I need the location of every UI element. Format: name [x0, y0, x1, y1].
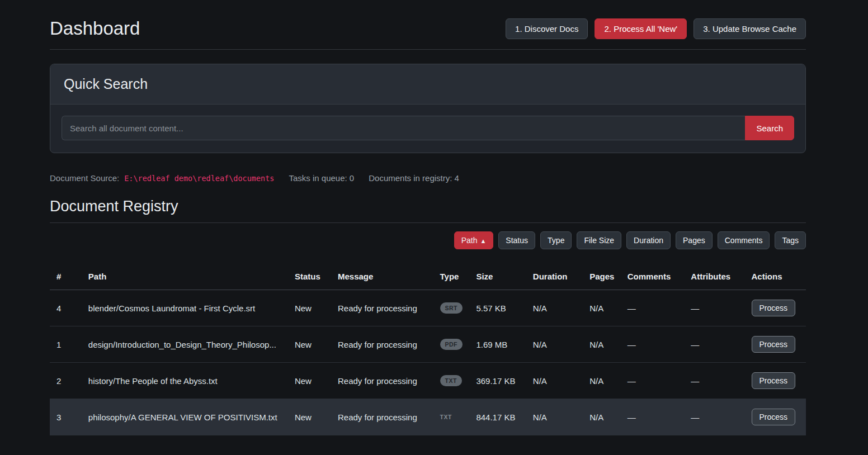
search-input-group: Search: [62, 116, 794, 140]
column-header-status: Status: [290, 264, 333, 290]
documents-in-registry: Documents in registry: 4: [369, 173, 459, 183]
message-cell: Ready for processing: [333, 290, 436, 326]
row-number-cell: 3: [50, 399, 84, 435]
attributes-cell: —: [686, 363, 747, 399]
column-header-path: Path: [84, 264, 290, 290]
pages-cell: N/A: [585, 399, 623, 435]
table-row: 1design/Introduction_to_Design_Theory_Ph…: [50, 326, 806, 363]
pages-cell: N/A: [585, 290, 623, 326]
comments-cell: —: [623, 363, 687, 399]
duration-cell: N/A: [529, 290, 585, 326]
process-button[interactable]: Process: [752, 300, 796, 316]
search-button[interactable]: Search: [745, 116, 794, 140]
path-cell: blender/Cosmos Laundromat - First Cycle.…: [84, 290, 290, 326]
duration-cell: N/A: [529, 399, 585, 435]
file-type-badge: TXT: [440, 411, 457, 423]
comments-cell: —: [623, 399, 687, 435]
path-cell: history/The People of the Abyss.txt: [84, 363, 290, 399]
row-number-cell: 1: [50, 326, 84, 363]
page-header: Dashboard 1. Discover Docs2. Process All…: [50, 18, 806, 39]
message-cell: Ready for processing: [333, 399, 436, 435]
tasks-in-queue-label: Tasks in queue:: [289, 173, 347, 183]
column-header-actions: Actions: [747, 264, 806, 290]
type-cell: SRT: [436, 290, 472, 326]
type-cell: TXT: [436, 399, 472, 435]
column-header-duration: Duration: [529, 264, 585, 290]
column-header-number: #: [50, 264, 84, 290]
sort-ascending-icon: ▲: [480, 238, 486, 244]
sort-button-duration[interactable]: Duration: [626, 231, 671, 249]
sort-buttons-row: Path▲StatusTypeFile SizeDurationPagesCom…: [50, 231, 806, 249]
path-cell: philosophy/A GENERAL VIEW OF POSITIVISM.…: [84, 399, 290, 435]
pages-cell: N/A: [585, 326, 623, 363]
attributes-cell: —: [686, 290, 747, 326]
column-header-size: Size: [471, 264, 528, 290]
actions-cell: Process: [747, 399, 806, 435]
status-cell: New: [290, 363, 333, 399]
file-type-badge: TXT: [440, 375, 462, 386]
dashboard-page: Dashboard 1. Discover Docs2. Process All…: [50, 0, 806, 435]
quick-search-card-header: Quick Search: [50, 64, 805, 105]
sort-button-type[interactable]: Type: [540, 231, 572, 249]
message-cell: Ready for processing: [333, 326, 436, 363]
registry-table: #PathStatusMessageTypeSizeDurationPagesC…: [50, 264, 806, 435]
size-cell: 369.17 KB: [471, 363, 528, 399]
size-cell: 5.57 KB: [471, 290, 528, 326]
status-cell: New: [290, 399, 333, 435]
actions-cell: Process: [747, 326, 806, 363]
status-cell: New: [290, 326, 333, 363]
registry-title: Document Registry: [50, 198, 806, 215]
row-number-cell: 4: [50, 290, 84, 326]
size-cell: 844.17 KB: [471, 399, 528, 435]
message-cell: Ready for processing: [333, 363, 436, 399]
actions-cell: Process: [747, 290, 806, 326]
column-header-attributes: Attributes: [686, 264, 747, 290]
table-header-row: #PathStatusMessageTypeSizeDurationPagesC…: [50, 264, 806, 290]
process-button[interactable]: Process: [752, 336, 796, 353]
attributes-cell: —: [686, 326, 747, 363]
registry-divider: [50, 222, 806, 223]
quick-search-card-body: Search: [50, 105, 805, 153]
action-button-1-discover-docs[interactable]: 1. Discover Docs: [506, 18, 588, 39]
column-header-pages: Pages: [585, 264, 623, 290]
file-type-badge: SRT: [440, 302, 463, 314]
duration-cell: N/A: [529, 363, 585, 399]
attributes-cell: —: [686, 399, 747, 435]
action-button-2-process-all-new[interactable]: 2. Process All 'New': [595, 18, 687, 39]
document-source-path: E:\redleaf demo\redleaf\documents: [124, 174, 274, 183]
sort-button-file-size[interactable]: File Size: [577, 231, 621, 249]
header-actions: 1. Discover Docs2. Process All 'New'3. U…: [506, 18, 806, 39]
tasks-in-queue-value: 0: [350, 173, 354, 183]
pages-cell: N/A: [585, 363, 623, 399]
column-header-message: Message: [333, 264, 436, 290]
status-cell: New: [290, 290, 333, 326]
status-bar: Document Source:E:\redleaf demo\redleaf\…: [50, 173, 806, 183]
page-title: Dashboard: [50, 18, 140, 39]
quick-search-card: Quick Search Search: [50, 64, 806, 153]
column-header-comments: Comments: [623, 264, 687, 290]
table-row: 2history/The People of the Abyss.txtNewR…: [50, 363, 806, 399]
table-row: 4blender/Cosmos Laundromat - First Cycle…: [50, 290, 806, 326]
sort-button-tags[interactable]: Tags: [775, 231, 806, 249]
documents-in-registry-value: 4: [455, 173, 459, 183]
search-input[interactable]: [62, 116, 745, 140]
process-button[interactable]: Process: [752, 409, 796, 425]
document-source: Document Source:E:\redleaf demo\redleaf\…: [50, 173, 274, 183]
sort-button-path[interactable]: Path▲: [454, 231, 494, 249]
path-cell: design/Introduction_to_Design_Theory_Phi…: [84, 326, 290, 363]
sort-button-status[interactable]: Status: [498, 231, 535, 249]
header-divider: [50, 49, 806, 50]
quick-search-title: Quick Search: [64, 76, 792, 92]
actions-cell: Process: [747, 363, 806, 399]
sort-button-pages[interactable]: Pages: [676, 231, 713, 249]
process-button[interactable]: Process: [752, 372, 796, 389]
comments-cell: —: [623, 290, 687, 326]
action-button-3-update-browse-cache[interactable]: 3. Update Browse Cache: [694, 18, 806, 39]
column-header-type: Type: [436, 264, 472, 290]
document-source-label: Document Source:: [50, 173, 119, 183]
comments-cell: —: [623, 326, 687, 363]
sort-button-comments[interactable]: Comments: [718, 231, 770, 249]
documents-in-registry-label: Documents in registry:: [369, 173, 452, 183]
size-cell: 1.69 MB: [471, 326, 528, 363]
file-type-badge: PDF: [440, 339, 463, 350]
